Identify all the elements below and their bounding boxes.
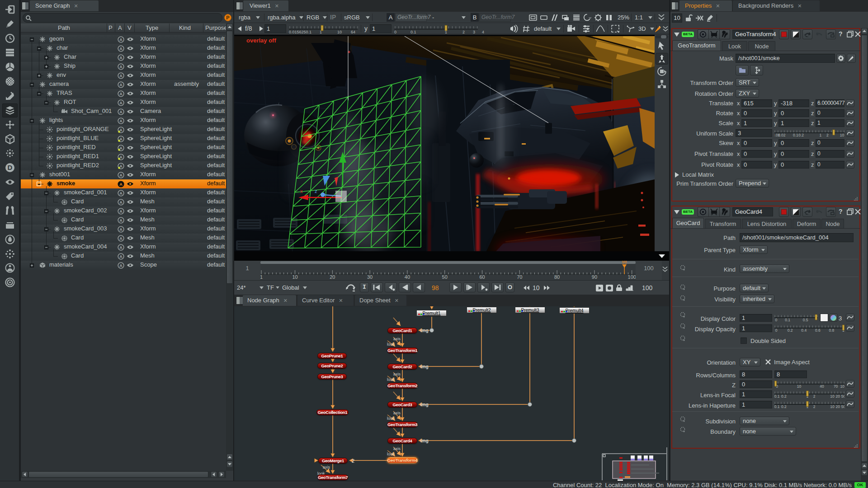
svg-text:A: A	[119, 74, 123, 78]
svg-text:70: 70	[517, 274, 522, 280]
svg-text:2: 2	[826, 133, 829, 137]
svg-text:0.1: 0.1	[785, 318, 790, 322]
svg-text:A: A	[119, 254, 123, 259]
svg-text:0.6: 0.6	[815, 328, 821, 332]
svg-text:100: 100	[628, 274, 636, 280]
svg-text:90: 90	[592, 274, 597, 280]
svg-text:A: A	[119, 191, 123, 196]
svg-text:A: A	[119, 182, 123, 187]
svg-text:0: 0	[775, 318, 777, 322]
svg-text:20: 20	[330, 274, 335, 280]
svg-text:A: A	[119, 227, 123, 232]
svg-text:98: 98	[622, 261, 627, 264]
svg-text:100: 100	[840, 384, 844, 388]
svg-text:A: A	[119, 92, 123, 96]
svg-text:2: 2	[813, 394, 816, 398]
svg-text:40: 40	[405, 274, 410, 280]
svg-text:10: 10	[797, 384, 802, 388]
svg-text:A: A	[119, 263, 123, 268]
svg-text:10: 10	[292, 274, 297, 280]
svg-text:80: 80	[554, 274, 560, 280]
svg-text:A: A	[119, 47, 123, 51]
svg-text:20: 20	[835, 394, 840, 398]
svg-text:2: 2	[813, 404, 816, 408]
svg-text:A: A	[119, 218, 123, 223]
svg-text:z: z	[315, 188, 317, 194]
svg-text:x: x	[300, 188, 303, 194]
svg-text:A: A	[119, 56, 123, 60]
svg-text:0.4: 0.4	[801, 328, 807, 332]
svg-text:30: 30	[367, 274, 373, 280]
svg-text:60: 60	[479, 274, 485, 280]
svg-text:0: 0	[775, 328, 778, 332]
svg-text:0.2: 0.2	[798, 133, 804, 137]
svg-text:A: A	[119, 101, 123, 105]
svg-text:1: 1	[260, 274, 263, 280]
svg-text:A: A	[119, 119, 123, 123]
svg-text:A: A	[119, 173, 123, 178]
svg-text:A: A	[119, 209, 123, 214]
svg-text:50: 50	[841, 404, 844, 408]
svg-text:10: 10	[840, 133, 844, 137]
svg-text:10: 10	[830, 404, 835, 408]
svg-text:A: A	[119, 83, 123, 87]
svg-text:0.1: 0.1	[774, 394, 780, 398]
svg-text:1: 1	[820, 133, 822, 137]
svg-text:0.2: 0.2	[788, 328, 793, 332]
svg-text:0.2: 0.2	[781, 404, 787, 408]
svg-text:0.8: 0.8	[829, 328, 835, 332]
svg-text:40: 40	[820, 384, 824, 388]
svg-text:A: A	[119, 245, 123, 250]
svg-text:50: 50	[841, 394, 844, 398]
svg-text:A: A	[119, 200, 123, 205]
svg-text:A: A	[119, 110, 123, 114]
svg-text:20: 20	[835, 404, 840, 408]
svg-text:0.1: 0.1	[793, 133, 798, 137]
svg-text:10: 10	[830, 394, 835, 398]
svg-text:0.1: 0.1	[774, 404, 780, 408]
svg-text:0.5: 0.5	[803, 318, 808, 322]
svg-text:50: 50	[442, 274, 448, 280]
svg-text:A: A	[119, 65, 123, 69]
svg-text:0.02: 0.02	[778, 133, 786, 137]
svg-text:0.2: 0.2	[781, 394, 787, 398]
svg-text:overlay off: overlay off	[246, 37, 276, 44]
svg-text:A: A	[119, 38, 123, 42]
svg-text:A: A	[119, 236, 123, 241]
svg-text:D: D	[8, 164, 13, 171]
svg-text:70: 70	[834, 384, 838, 388]
